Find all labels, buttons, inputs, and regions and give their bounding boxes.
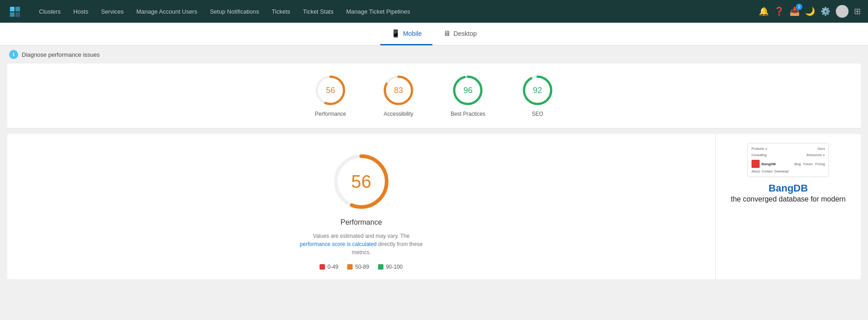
tab-mobile-label: Mobile bbox=[403, 30, 422, 37]
score-label-seo: SEO bbox=[532, 111, 543, 117]
preview-nav-4: Resources ∨ bbox=[807, 153, 825, 157]
big-score-left: 56 Performance Values are estimated and … bbox=[7, 134, 716, 279]
score-circle-seo: 92 bbox=[522, 74, 553, 106]
nav-item-services[interactable]: Services bbox=[95, 0, 130, 23]
legend-range-red: 0-49 bbox=[327, 264, 338, 270]
score-item-accessibility: 83 Accessibility bbox=[383, 74, 414, 117]
tabs-bar: 📱 Mobile 🖥 Desktop bbox=[0, 23, 868, 45]
score-circle-accessibility: 83 bbox=[383, 74, 414, 106]
score-value-seo: 92 bbox=[533, 86, 542, 95]
diagnose-icon: ℹ bbox=[9, 50, 18, 59]
score-label-performance: Performance bbox=[315, 111, 346, 117]
score-label-accessibility: Accessibility bbox=[383, 111, 413, 117]
preview-download: Download bbox=[774, 170, 788, 173]
preview-logo-box bbox=[752, 160, 760, 168]
inbox-icon[interactable]: 📥 2 bbox=[790, 6, 800, 16]
score-item-best-practices: 96 Best Practices bbox=[451, 74, 485, 117]
grid-icon[interactable]: ⊞ bbox=[854, 6, 861, 16]
preview-logo-text: BangDB bbox=[761, 162, 776, 166]
performance-score-link[interactable]: performance score is calculated bbox=[300, 241, 377, 247]
big-score-description: Values are estimated and may vary. The p… bbox=[298, 232, 425, 256]
tab-desktop[interactable]: 🖥 Desktop bbox=[432, 23, 487, 45]
tab-desktop-label: Desktop bbox=[453, 30, 476, 37]
preview-logo-row: BangDB Blog Forum Pricing bbox=[752, 160, 825, 168]
legend: 0-49 50-89 90-100 bbox=[320, 264, 402, 270]
svg-rect-2 bbox=[15, 7, 20, 11]
big-score-value: 56 bbox=[351, 172, 372, 192]
scores-card: 56 Performance 83 Accessibility 96 bbox=[7, 64, 861, 128]
score-item-seo: 92 SEO bbox=[522, 74, 553, 117]
nav-item-setup-notifications[interactable]: Setup Notifications bbox=[204, 0, 265, 23]
legend-range-green: 90-100 bbox=[386, 264, 402, 270]
main-content: 📱 Mobile 🖥 Desktop ℹ Diagnose performanc… bbox=[0, 23, 868, 320]
desktop-icon: 🖥 bbox=[443, 30, 451, 38]
score-circle-performance: 56 bbox=[315, 74, 346, 106]
divider bbox=[7, 128, 861, 128]
svg-rect-1 bbox=[10, 7, 15, 11]
mobile-icon: 📱 bbox=[391, 29, 400, 38]
bangdb-promo: BangDB the converged database for modern bbox=[726, 182, 850, 204]
nav-items: Clusters Hosts Services Manage Account U… bbox=[33, 0, 759, 23]
legend-item-orange: 50-89 bbox=[347, 264, 369, 270]
preview-contact: Contact bbox=[761, 170, 772, 173]
preview-nav-1: Products ∨ bbox=[752, 147, 767, 151]
score-item-performance: 56 Performance bbox=[315, 74, 346, 117]
nav-item-tickets[interactable]: Tickets bbox=[266, 0, 297, 23]
big-score-section: 56 Performance Values are estimated and … bbox=[7, 134, 861, 279]
nav-item-ticket-stats[interactable]: Ticket Stats bbox=[296, 0, 339, 23]
big-score-circle: 56 bbox=[332, 152, 391, 211]
score-circle-best-practices: 96 bbox=[452, 74, 484, 106]
preview-links: About Contact Download bbox=[752, 170, 825, 173]
theme-icon[interactable]: 🌙 bbox=[805, 6, 815, 16]
diagnose-bar: ℹ Diagnose performance issues bbox=[0, 45, 868, 64]
bangdb-tagline: the converged database for modern bbox=[726, 194, 850, 204]
big-score-right: Products ∨ Docs Consulting Resources ∨ B… bbox=[716, 134, 861, 279]
nav-item-hosts[interactable]: Hosts bbox=[67, 0, 95, 23]
diagnose-text: Diagnose performance issues bbox=[22, 51, 100, 58]
help-icon[interactable]: ❓ bbox=[774, 6, 784, 16]
preview-about: About bbox=[752, 170, 760, 173]
preview-nav-2: Docs bbox=[818, 147, 825, 151]
score-value-accessibility: 83 bbox=[394, 86, 403, 95]
nav-item-clusters[interactable]: Clusters bbox=[33, 0, 67, 23]
nav-icons: 🔔 ❓ 📥 2 🌙 ⚙️ ⊞ bbox=[759, 5, 861, 18]
score-value-best-practices: 96 bbox=[463, 86, 472, 95]
legend-item-green: 90-100 bbox=[378, 264, 402, 270]
preview-nav-3: Consulting bbox=[752, 153, 766, 157]
logo[interactable] bbox=[7, 3, 24, 20]
svg-rect-0 bbox=[7, 3, 24, 20]
notification-badge: 2 bbox=[796, 4, 802, 10]
legend-dot-orange bbox=[347, 264, 353, 270]
score-value-performance: 56 bbox=[326, 86, 335, 95]
preview-nav-5: Blog Forum Pricing bbox=[795, 162, 825, 166]
bangdb-logo-text: BangDB bbox=[726, 182, 850, 194]
svg-rect-3 bbox=[10, 12, 15, 17]
tab-mobile[interactable]: 📱 Mobile bbox=[380, 23, 432, 45]
legend-dot-red bbox=[320, 264, 325, 270]
legend-item-red: 0-49 bbox=[320, 264, 338, 270]
nav-item-manage-ticket-pipelines[interactable]: Manage Ticket Pipelines bbox=[340, 0, 417, 23]
legend-dot-green bbox=[378, 264, 383, 270]
score-label-best-practices: Best Practices bbox=[451, 111, 485, 117]
settings-icon[interactable]: ⚙️ bbox=[820, 6, 830, 16]
website-preview: Products ∨ Docs Consulting Resources ∨ B… bbox=[747, 143, 829, 177]
avatar[interactable] bbox=[836, 5, 849, 18]
navbar: Clusters Hosts Services Manage Account U… bbox=[0, 0, 868, 23]
svg-rect-4 bbox=[15, 12, 20, 17]
nav-item-manage-account-users[interactable]: Manage Account Users bbox=[130, 0, 204, 23]
legend-range-orange: 50-89 bbox=[355, 264, 369, 270]
notification-icon[interactable]: 🔔 bbox=[759, 6, 769, 16]
big-score-label: Performance bbox=[340, 218, 382, 226]
preview-header-2: Consulting Resources ∨ bbox=[752, 153, 825, 157]
preview-header: Products ∨ Docs bbox=[752, 147, 825, 151]
